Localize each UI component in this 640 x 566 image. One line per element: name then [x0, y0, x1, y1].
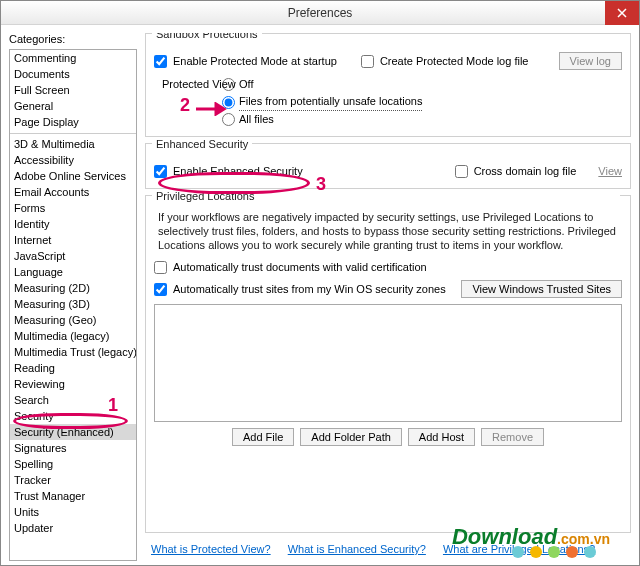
auto-trust-os-label: Automatically trust sites from my Win OS… [173, 280, 446, 298]
sandbox-label: Sandbox Protections [152, 33, 262, 40]
enable-enhanced-checkbox[interactable] [154, 165, 167, 178]
category-item[interactable]: Documents [10, 66, 136, 82]
category-item[interactable]: General [10, 98, 136, 114]
auto-trust-cert-label: Automatically trust documents with valid… [173, 258, 427, 276]
category-item[interactable]: Reading [10, 360, 136, 376]
privileged-description: If your workflows are negatively impacte… [154, 208, 622, 258]
category-item[interactable]: Reviewing [10, 376, 136, 392]
category-item[interactable]: Full Screen [10, 82, 136, 98]
category-item[interactable]: Security [10, 408, 136, 424]
enhanced-group: Enhanced Security Enable Enhanced Securi… [145, 143, 631, 189]
category-item[interactable]: Multimedia Trust (legacy) [10, 344, 136, 360]
category-item[interactable]: Identity [10, 216, 136, 232]
link-privileged-locations[interactable]: What are Privileged Locations? [443, 543, 595, 555]
category-item[interactable]: Page Display [10, 114, 136, 130]
pv-off-label: Off [239, 76, 253, 93]
category-item[interactable]: Measuring (Geo) [10, 312, 136, 328]
cross-domain-label: Cross domain log file [474, 162, 577, 180]
protected-view-label: Protected View [162, 76, 236, 93]
category-item[interactable]: Forms [10, 200, 136, 216]
view-link[interactable]: View [598, 162, 622, 180]
category-item[interactable]: Adobe Online Services [10, 168, 136, 184]
category-item[interactable]: Internet [10, 232, 136, 248]
enhanced-label: Enhanced Security [152, 138, 252, 150]
category-item[interactable]: Security (Enhanced) [10, 424, 136, 440]
locations-listbox[interactable] [154, 304, 622, 422]
close-button[interactable] [605, 1, 639, 25]
category-item[interactable]: Commenting [10, 50, 136, 66]
enable-protected-checkbox[interactable] [154, 55, 167, 68]
category-item[interactable]: Updater [10, 520, 136, 536]
category-item[interactable]: 3D & Multimedia [10, 136, 136, 152]
add-file-button[interactable]: Add File [232, 428, 294, 446]
category-item[interactable]: Email Accounts [10, 184, 136, 200]
sandbox-group: Sandbox Protections Enable Protected Mod… [145, 33, 631, 137]
cross-domain-checkbox[interactable] [455, 165, 468, 178]
footer-links: What is Protected View? What is Enhanced… [145, 539, 631, 561]
auto-trust-os-checkbox[interactable] [154, 283, 167, 296]
window-title: Preferences [1, 6, 639, 20]
create-log-checkbox[interactable] [361, 55, 374, 68]
category-item[interactable]: Language [10, 264, 136, 280]
categories-label: Categories: [9, 33, 137, 45]
category-item[interactable]: Measuring (3D) [10, 296, 136, 312]
enable-protected-label: Enable Protected Mode at startup [173, 52, 337, 70]
category-item[interactable]: Trust Manager [10, 488, 136, 504]
enable-enhanced-label: Enable Enhanced Security [173, 162, 303, 180]
pv-unsafe-label: Files from potentially unsafe locations [239, 93, 422, 111]
view-trusted-button[interactable]: View Windows Trusted Sites [461, 280, 622, 298]
category-item[interactable]: Search [10, 392, 136, 408]
view-log-button[interactable]: View log [559, 52, 622, 70]
pv-all-label: All files [239, 111, 274, 128]
category-item[interactable]: Units [10, 504, 136, 520]
pv-all-radio[interactable] [222, 113, 235, 126]
category-item[interactable]: Tracker [10, 472, 136, 488]
category-item[interactable]: Spelling [10, 456, 136, 472]
auto-trust-cert-checkbox[interactable] [154, 261, 167, 274]
preferences-window: Preferences Categories: CommentingDocume… [0, 0, 640, 566]
add-host-button[interactable]: Add Host [408, 428, 475, 446]
add-folder-button[interactable]: Add Folder Path [300, 428, 402, 446]
categories-list[interactable]: CommentingDocumentsFull ScreenGeneralPag… [9, 49, 137, 561]
category-item[interactable]: JavaScript [10, 248, 136, 264]
category-item[interactable]: Signatures [10, 440, 136, 456]
privileged-group: Privileged Locations If your workflows a… [145, 195, 631, 533]
link-protected-view[interactable]: What is Protected View? [151, 543, 271, 555]
category-item[interactable]: Accessibility [10, 152, 136, 168]
create-log-label: Create Protected Mode log file [380, 52, 529, 70]
link-enhanced-security[interactable]: What is Enhanced Security? [288, 543, 426, 555]
remove-button[interactable]: Remove [481, 428, 544, 446]
titlebar: Preferences [1, 1, 639, 25]
privileged-label: Privileged Locations [152, 190, 620, 202]
category-item[interactable]: Measuring (2D) [10, 280, 136, 296]
category-item[interactable]: Multimedia (legacy) [10, 328, 136, 344]
pv-unsafe-radio[interactable] [222, 96, 235, 109]
